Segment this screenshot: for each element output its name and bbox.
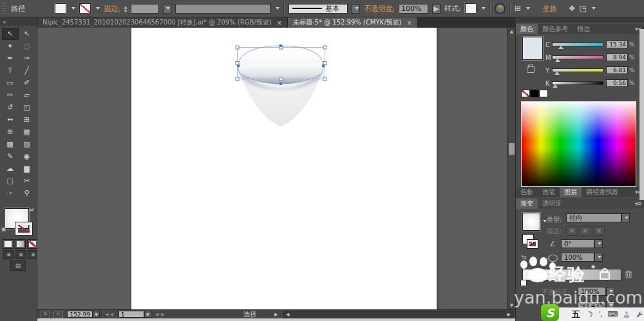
zoom-tool[interactable]: ⚲ bbox=[19, 187, 35, 199]
delete-stop-icon[interactable] bbox=[624, 269, 633, 278]
gradient-panel-menu-icon[interactable]: ▾≡ bbox=[635, 200, 641, 207]
slider-track[interactable] bbox=[552, 55, 603, 59]
collapsed-dock-strip[interactable] bbox=[639, 29, 644, 200]
slider-thumb[interactable] bbox=[554, 72, 560, 75]
draw-normal-mode-button[interactable]: ▣ bbox=[3, 250, 14, 259]
stroke-color-swatch[interactable] bbox=[79, 3, 91, 14]
slider-track[interactable] bbox=[552, 81, 603, 85]
panel-tab[interactable]: 画笔 bbox=[538, 187, 560, 197]
soft-keyboard-icon[interactable]: ⌨ bbox=[607, 310, 618, 318]
align-dropdown-icon[interactable] bbox=[526, 7, 530, 10]
aspect-ratio-dropdown[interactable] bbox=[594, 253, 603, 262]
symbol-sprayer-tool[interactable]: ☁ bbox=[2, 162, 19, 175]
panel-tab[interactable]: 颜色参考 bbox=[538, 24, 573, 34]
slider-thumb[interactable] bbox=[553, 84, 558, 88]
envelope-dropdown-icon[interactable] bbox=[592, 7, 596, 10]
document-tab[interactable]: 未标题-5* @ 152.99% (CMYK/预览) × bbox=[288, 17, 418, 28]
rotate-tool[interactable]: ↺ bbox=[2, 101, 19, 113]
current-color-swatch[interactable] bbox=[522, 37, 543, 60]
hand-tool[interactable]: ☞ bbox=[2, 187, 19, 199]
gradient-button[interactable] bbox=[15, 239, 26, 249]
color-button[interactable] bbox=[3, 239, 14, 249]
panel-tab[interactable]: 透明度 bbox=[538, 199, 566, 209]
profile-dropdown-icon[interactable] bbox=[276, 7, 279, 10]
status-expand-icon[interactable]: ▶ bbox=[274, 312, 278, 317]
opacity-link[interactable]: 不透明度: bbox=[364, 4, 395, 14]
stroke-dropdown-icon[interactable] bbox=[96, 7, 100, 10]
fill-color-swatch[interactable] bbox=[55, 3, 66, 14]
pencil-tool[interactable]: ✏ bbox=[2, 89, 19, 101]
style-swatch[interactable] bbox=[465, 3, 477, 14]
draw-behind-mode-button[interactable]: ▣ bbox=[15, 250, 26, 259]
opacity-dropdown[interactable]: ▶ bbox=[432, 4, 440, 14]
slider-thumb[interactable] bbox=[558, 46, 564, 49]
eraser-tool[interactable]: ▱ bbox=[19, 89, 35, 101]
swap-fill-stroke-icon[interactable]: ⇄ bbox=[30, 207, 34, 213]
mesh-tool[interactable]: ▩ bbox=[2, 138, 19, 150]
zoom-dropdown-icon[interactable]: ▼ bbox=[93, 311, 100, 318]
settings-wrench-icon[interactable] bbox=[636, 311, 643, 318]
gradient-type-dropdown[interactable] bbox=[621, 213, 630, 222]
recolor-artwork-icon[interactable] bbox=[495, 3, 506, 14]
shape-builder-tool[interactable]: ⊕ bbox=[2, 126, 19, 138]
scroll-right-icon[interactable]: ▶ bbox=[506, 312, 513, 317]
stroke-within-button[interactable]: ▣ bbox=[566, 226, 578, 236]
none-button[interactable] bbox=[27, 239, 38, 249]
slider-track[interactable] bbox=[552, 43, 603, 46]
sogou-input-icon[interactable]: S bbox=[541, 304, 559, 321]
gradient-thumbnail[interactable] bbox=[522, 213, 540, 231]
stroke-weight-stepper[interactable]: ▲▼ bbox=[124, 5, 128, 12]
envelope-icon[interactable]: ◳ bbox=[580, 4, 587, 13]
account-icon[interactable] bbox=[623, 311, 630, 318]
fill-dropdown-icon[interactable] bbox=[71, 7, 75, 10]
first-prev-artboard-icons[interactable]: ◀◀ bbox=[105, 312, 115, 317]
tools-panel-header[interactable]: « bbox=[0, 17, 37, 26]
align-icon[interactable]: ⊞ bbox=[515, 4, 521, 13]
graph-tool[interactable]: ▆ bbox=[19, 162, 35, 175]
panel-tab[interactable]: 描边 bbox=[573, 24, 594, 34]
eyedropper-tool[interactable]: ✎ bbox=[2, 150, 19, 162]
gradient-tool[interactable]: ▨ bbox=[19, 138, 35, 150]
canvas[interactable] bbox=[37, 28, 507, 309]
slider-value-field[interactable]: 6.81 bbox=[606, 66, 628, 74]
artboard-dropdown-icon[interactable]: ▼ bbox=[144, 311, 151, 318]
panel-tab[interactable]: 渐变 bbox=[516, 199, 538, 209]
next-last-artboard-icons[interactable]: ▶▶ bbox=[156, 312, 166, 317]
vertical-scrollbar[interactable]: ▲ ▼ bbox=[507, 28, 515, 309]
stroke-across-button[interactable]: ▣ bbox=[593, 226, 605, 236]
wubi-mode-icon[interactable]: 五 bbox=[572, 309, 580, 320]
slice-tool[interactable]: ✂ bbox=[19, 175, 35, 187]
lasso-tool[interactable]: ◌ bbox=[19, 40, 35, 52]
free-transform-tool[interactable]: ⊞ bbox=[19, 113, 35, 126]
magic-wand-tool[interactable]: ✦ bbox=[2, 40, 19, 52]
perspective-grid-tool[interactable]: ▦ bbox=[19, 126, 35, 138]
free-distort-icon[interactable]: ❖ bbox=[569, 4, 576, 13]
none-swatch[interactable] bbox=[521, 90, 530, 97]
color-spectrum[interactable] bbox=[521, 101, 636, 187]
artboard-field[interactable]: 1 bbox=[118, 311, 144, 318]
panel-grip[interactable] bbox=[3, 3, 6, 14]
black-swatch[interactable] bbox=[530, 90, 539, 97]
rectangle-tool[interactable]: ▭ bbox=[2, 77, 19, 89]
style-dropdown-icon[interactable] bbox=[482, 7, 486, 10]
scale-tool[interactable]: ◰ bbox=[19, 101, 35, 113]
punctuation-mode-icon[interactable]: ’, bbox=[599, 311, 601, 318]
stroke-weight-field[interactable] bbox=[131, 4, 159, 14]
default-fill-stroke-icon[interactable]: ▣ bbox=[1, 226, 6, 232]
type-tool[interactable]: T bbox=[2, 64, 19, 77]
paintbrush-tool[interactable]: ✐ bbox=[19, 77, 35, 89]
horizontal-scrollbar[interactable]: ◀ ▶ bbox=[283, 311, 513, 318]
screen-mode-button[interactable]: ▤ bbox=[10, 260, 26, 271]
panel-tab[interactable]: 路径查找器 bbox=[582, 187, 623, 197]
stroke-link[interactable]: 描边: bbox=[104, 4, 120, 14]
artboard-tool[interactable]: ▢ bbox=[2, 175, 19, 187]
gradient-angle-dropdown[interactable] bbox=[594, 239, 603, 248]
white-swatch[interactable] bbox=[539, 90, 548, 97]
scroll-left-icon[interactable]: ◀ bbox=[284, 312, 291, 317]
vertical-scroll-thumb[interactable] bbox=[509, 143, 515, 155]
gradient-stroke-box[interactable] bbox=[527, 240, 538, 248]
tab-close-icon[interactable]: × bbox=[277, 19, 282, 26]
gradient-angle-field[interactable]: 0° bbox=[561, 239, 594, 248]
status-icon-2[interactable]: ⎘ bbox=[53, 311, 63, 318]
blend-tool[interactable]: ◉ bbox=[19, 150, 35, 162]
